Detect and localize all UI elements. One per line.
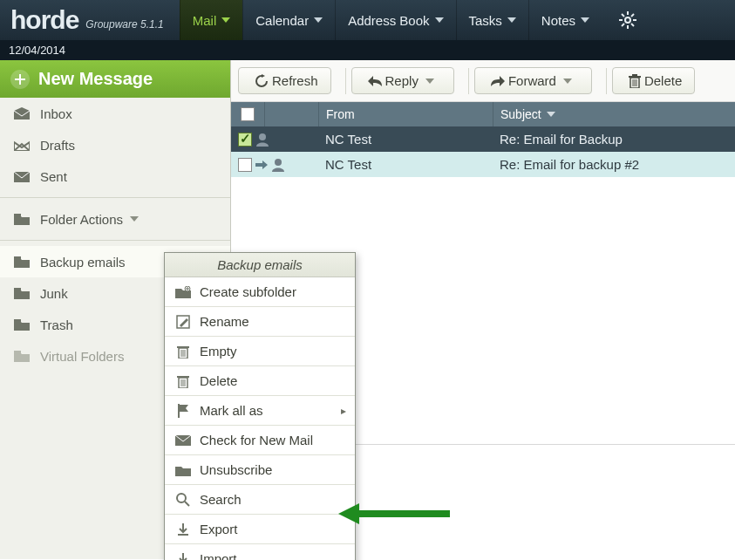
ctx-export[interactable]: Export — [165, 515, 355, 544]
svg-point-24 — [275, 159, 282, 166]
message-row[interactable]: NC Test Re: Email for backup #2 — [231, 152, 735, 177]
ctx-empty[interactable]: Empty — [165, 337, 355, 366]
chevron-down-icon — [314, 17, 323, 23]
download-icon — [174, 552, 193, 561]
sidebar-item-drafts[interactable]: Drafts — [0, 129, 230, 160]
folder-plus-icon — [174, 286, 193, 298]
drafts-icon — [12, 137, 31, 153]
svg-rect-13 — [14, 256, 21, 259]
folder-icon — [174, 464, 193, 476]
message-table-header: From Subject — [231, 102, 735, 126]
person-icon — [255, 133, 269, 147]
svg-rect-34 — [177, 346, 189, 348]
chevron-down-icon — [435, 17, 444, 23]
row-checkbox[interactable] — [238, 133, 252, 147]
svg-rect-39 — [177, 376, 189, 378]
nav-calendar[interactable]: Calendar — [242, 0, 335, 40]
inbox-icon — [12, 106, 31, 121]
envelope-icon — [174, 435, 193, 446]
plus-icon — [10, 70, 30, 89]
select-all-checkbox[interactable] — [231, 102, 264, 126]
search-icon — [174, 493, 193, 507]
chevron-down-icon — [130, 216, 139, 222]
reply-button[interactable]: Reply — [351, 67, 454, 94]
ctx-unsubscribe[interactable]: Unsubscribe — [165, 455, 355, 485]
top-nav-bar: horde Groupware 5.1.1 Mail Calendar Addr… — [0, 0, 735, 40]
row-from: NC Test — [318, 126, 493, 152]
app-subtitle: Groupware 5.1.1 — [85, 18, 163, 31]
column-subject[interactable]: Subject — [493, 102, 735, 126]
svg-point-0 — [625, 17, 630, 23]
row-checkbox[interactable] — [238, 158, 252, 172]
svg-line-6 — [631, 24, 634, 26]
sort-desc-icon — [547, 112, 555, 117]
sent-icon — [12, 168, 31, 184]
ctx-import[interactable]: Import — [165, 544, 355, 560]
app-logo: horde — [0, 5, 85, 35]
folder-plus-icon — [12, 348, 31, 364]
message-row[interactable]: NC Test Re: Email for Backup — [231, 126, 735, 152]
sidebar-folder-actions[interactable]: Folder Actions — [0, 203, 230, 235]
svg-point-23 — [259, 133, 266, 140]
svg-line-8 — [631, 14, 634, 17]
row-subject: Re: Email for Backup — [493, 126, 735, 152]
forwarded-icon — [255, 160, 268, 169]
ctx-mark-all-as[interactable]: Mark all as — [165, 396, 355, 426]
ctx-search[interactable]: Search — [165, 485, 355, 515]
nav-address-book[interactable]: Address Book — [335, 0, 455, 40]
svg-line-46 — [185, 502, 189, 506]
forward-icon — [491, 76, 505, 86]
date-bar: 12/04/2014 — [0, 40, 735, 60]
settings-button[interactable] — [609, 0, 647, 40]
refresh-button[interactable]: Refresh — [238, 67, 331, 94]
forward-button[interactable]: Forward — [474, 67, 592, 94]
svg-rect-12 — [14, 214, 21, 216]
row-subject: Re: Email for backup #2 — [493, 152, 735, 177]
folder-icon — [12, 285, 31, 301]
person-icon — [271, 158, 285, 172]
gear-icon — [619, 11, 636, 29]
svg-rect-18 — [629, 76, 641, 78]
svg-rect-16 — [14, 351, 21, 353]
nav-notes[interactable]: Notes — [528, 0, 602, 40]
context-menu-title: Backup emails — [165, 253, 355, 277]
trash-icon — [174, 374, 193, 388]
sidebar-item-sent[interactable]: Sent — [0, 160, 230, 192]
trash-icon — [174, 345, 193, 359]
message-toolbar: Refresh Reply Forward Delete — [231, 60, 735, 102]
folder-icon — [12, 317, 31, 332]
nav-tasks[interactable]: Tasks — [456, 0, 528, 40]
folder-icon — [12, 254, 31, 270]
new-message-button[interactable]: New Message — [0, 60, 230, 98]
nav-mail[interactable]: Mail — [180, 0, 243, 40]
column-from[interactable]: From — [318, 102, 493, 126]
chevron-down-icon — [560, 79, 575, 84]
folder-context-menu: Backup emails Create subfolder Rename Em… — [164, 252, 356, 560]
delete-button[interactable]: Delete — [612, 67, 695, 94]
flag-icon — [174, 404, 193, 418]
svg-line-7 — [622, 24, 624, 26]
reply-icon — [368, 76, 382, 86]
svg-rect-15 — [14, 319, 21, 322]
chevron-down-icon — [221, 17, 230, 23]
ctx-create-subfolder[interactable]: Create subfolder — [165, 277, 355, 307]
svg-line-5 — [622, 14, 624, 17]
ctx-check-new-mail[interactable]: Check for New Mail — [165, 426, 355, 455]
ctx-rename[interactable]: Rename — [165, 307, 355, 337]
new-message-label: New Message — [38, 69, 153, 89]
folder-icon — [12, 211, 31, 227]
svg-rect-19 — [632, 74, 637, 76]
svg-point-45 — [177, 494, 186, 502]
svg-rect-14 — [14, 288, 21, 290]
row-from: NC Test — [318, 152, 493, 177]
chevron-down-icon — [422, 79, 438, 84]
chevron-down-icon — [507, 17, 516, 23]
refresh-icon — [255, 74, 269, 88]
ctx-delete[interactable]: Delete — [165, 366, 355, 396]
download-icon — [174, 522, 193, 536]
edit-icon — [174, 315, 193, 329]
sidebar-item-inbox[interactable]: Inbox — [0, 98, 230, 129]
chevron-down-icon — [581, 17, 589, 23]
trash-icon — [629, 74, 641, 88]
